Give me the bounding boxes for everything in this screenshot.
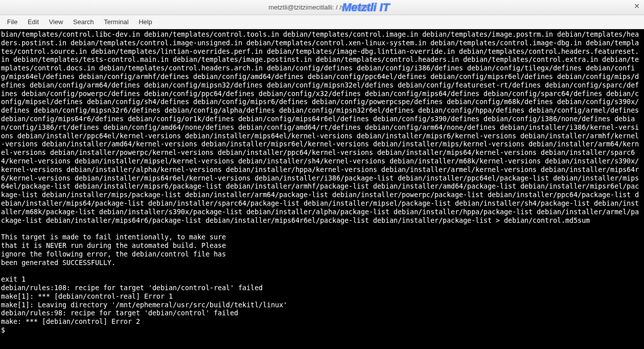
menu-help[interactable]: Help: [134, 16, 157, 28]
titlebar[interactable]: metztli@tzitzimecitlalli: / /s / uild/te…: [0, 0, 644, 15]
menubar: File Edit View Search Terminal Help: [0, 15, 644, 29]
menu-file[interactable]: File: [2, 16, 23, 28]
menu-search[interactable]: Search: [68, 16, 99, 28]
menu-terminal[interactable]: Terminal: [99, 16, 134, 28]
terminal-output[interactable]: bian/templates/control.libc-dev.in debia…: [0, 29, 644, 349]
window-title: metztli@tzitzimecitlalli: / /s / uild/te…: [269, 4, 376, 11]
menu-edit[interactable]: Edit: [23, 16, 44, 28]
close-icon[interactable]: ✕: [634, 2, 640, 10]
menu-view[interactable]: View: [44, 16, 68, 28]
terminal-window: metztli@tzitzimecitlalli: / /s / uild/te…: [0, 0, 644, 349]
